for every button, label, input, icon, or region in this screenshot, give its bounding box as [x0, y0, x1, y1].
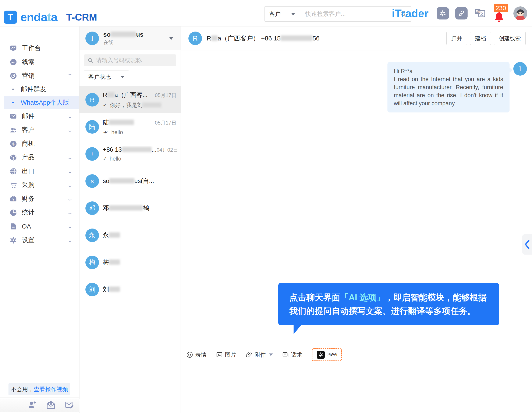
search-category-select[interactable]: 客户 — [265, 7, 300, 21]
chat-preview: 你好，我是刘 — [110, 101, 161, 109]
redacted-text — [109, 205, 143, 211]
sidebar-item-label: 财务 — [22, 194, 35, 203]
sidebar-item-marketing[interactable]: 营销 ⌃ — [0, 69, 79, 83]
sidebar-item-mail[interactable]: 邮件 ⌄ — [0, 109, 79, 123]
sidebar-item-whatsapp-personal[interactable]: WhatsApp个人版 — [4, 96, 79, 109]
chevron-left-icon — [524, 240, 530, 249]
open-mail-icon[interactable] — [46, 400, 56, 411]
ai-assistant-icon[interactable] — [437, 7, 449, 19]
chat-name: +86 13... — [103, 146, 157, 153]
compose-mail-icon[interactable] — [65, 400, 74, 411]
marketing-icon — [10, 72, 17, 80]
merge-button[interactable]: 归并 — [446, 32, 467, 45]
chat-name-pre: R — [103, 92, 107, 98]
paperclip-icon — [246, 351, 252, 358]
sidebar-item-workbench[interactable]: 工作台 — [0, 41, 79, 55]
script-tool[interactable]: 话术 — [282, 351, 303, 358]
sidebar-item-label: 工作台 — [22, 44, 41, 53]
chat-item[interactable]: s sous(自... — [79, 167, 180, 195]
chat-item[interactable]: 邓 邓鹤 — [79, 195, 180, 222]
chat-date: 05月17日 — [155, 119, 176, 126]
chat-item[interactable]: + +86 13...04月02日 ✓hello — [79, 140, 180, 167]
opportunity-icon: $ — [10, 140, 17, 148]
message-input-area[interactable] — [181, 365, 532, 413]
svg-text:En: En — [476, 10, 480, 14]
chat-name: 邓鹤 — [103, 204, 149, 212]
sidebar-item-leads[interactable]: 线索 — [0, 55, 79, 69]
image-tool[interactable]: 图片 — [216, 351, 236, 358]
divider — [0, 397, 79, 398]
sidebar-item-export[interactable]: 出口 ⌄ — [0, 164, 79, 178]
sidebar-item-opportunities[interactable]: $ 商机 — [0, 137, 79, 151]
delivered-check-icon: ✓✓ — [103, 129, 106, 135]
sidebar-item-oa[interactable]: OA ⌄ — [0, 220, 79, 233]
tool-label: 沟通Ai — [327, 352, 337, 357]
notification-bell[interactable]: 230 — [492, 4, 507, 23]
sidebar-item-products[interactable]: 产品 ⌄ — [0, 151, 79, 164]
account-header: I sous 在线 — [79, 27, 180, 50]
ai-chat-tool[interactable]: 沟通Ai — [312, 349, 342, 361]
chat-item[interactable]: 梅 梅 — [79, 249, 180, 276]
chat-panel: R Ra（广西客户） +86 1556 归并 建档 创建线索 Hi R**a I… — [181, 27, 532, 413]
chat-item-list: R Ra（广西客...05月17日 ✓你好，我是刘 陆 陆05月17日 ✓✓he… — [79, 86, 180, 303]
sidebar-menu: 工作台 线索 营销 ⌃ 邮件群发 WhatsApp个人版 邮件 — [0, 27, 79, 247]
help-box: 不会用， 查看操作视频 — [9, 383, 70, 395]
sidebar-item-settings[interactable]: 设置 ⌄ — [0, 233, 79, 247]
chat-name-pre: 邓 — [103, 205, 109, 211]
translate-icon[interactable]: 文En — [474, 7, 486, 20]
logo: T endata T-CRM — [4, 11, 97, 24]
bell-icon — [493, 11, 506, 23]
sidebar-item-finance[interactable]: ¥ 财务 ⌄ — [0, 192, 79, 206]
help-video-link[interactable]: 查看操作视频 — [34, 385, 68, 393]
chat-item[interactable]: R Ra（广西客...05月17日 ✓你好，我是刘 — [79, 86, 180, 113]
global-search: 客户 — [264, 6, 411, 22]
customers-icon — [10, 126, 17, 134]
sidebar-item-label: 采购 — [22, 181, 35, 189]
create-lead-button[interactable]: 创建线索 — [494, 32, 526, 45]
add-contact-icon[interactable] — [27, 400, 37, 411]
user-avatar[interactable] — [513, 6, 527, 20]
link-icon[interactable] — [455, 7, 467, 19]
message-toolbar: 表情 图片 附件 话术 沟通Ai — [181, 344, 532, 365]
chat-item[interactable]: 陆 陆05月17日 ✓✓hello — [79, 113, 180, 140]
collapse-panel-toggle[interactable] — [522, 234, 532, 255]
chatlist-search — [84, 55, 176, 66]
svg-text:¥: ¥ — [12, 198, 14, 201]
logo-word-t: t — [47, 10, 51, 24]
redacted-text — [109, 259, 120, 265]
contact-title-c: 56 — [313, 35, 319, 42]
create-record-button[interactable]: 建档 — [470, 32, 491, 45]
chat-name: 陆 — [103, 118, 134, 127]
chat-avatar: 刘 — [86, 283, 99, 296]
sidebar: 工作台 线索 营销 ⌃ 邮件群发 WhatsApp个人版 邮件 — [0, 27, 79, 413]
chevron-down-icon — [120, 76, 125, 78]
account-name: sous — [103, 31, 143, 38]
svg-text:文: 文 — [480, 11, 484, 16]
logo-word-pre: enda — [20, 10, 47, 24]
chat-name-post: us(自... — [134, 177, 154, 184]
tool-label: 图片 — [225, 351, 236, 358]
chevron-down-icon[interactable] — [169, 37, 173, 40]
ai-feature-tooltip: 点击聊天界面「AI 选项」，即启智能模块，能够根据我们的提问自动撰写文案、进行翻… — [278, 283, 499, 325]
chat-item[interactable]: 刘 刘 — [79, 276, 180, 303]
sidebar-item-customers[interactable]: 客户 ⌄ — [0, 123, 79, 137]
sidebar-item-statistics[interactable]: 统计 ⌄ — [0, 206, 79, 220]
logo-letter: T — [8, 12, 13, 22]
chat-item[interactable]: 永 永 — [79, 222, 180, 249]
attachment-tool[interactable]: 附件 — [246, 351, 273, 358]
redacted-text — [109, 232, 120, 238]
chevron-down-icon: ⌄ — [67, 155, 73, 161]
chat-name: 刘 — [103, 285, 120, 294]
customer-status-filter[interactable]: 客户状态 — [84, 71, 129, 83]
global-search-input[interactable] — [300, 7, 400, 21]
search-category-label: 客户 — [269, 10, 281, 18]
emoji-tool[interactable]: 表情 — [186, 351, 207, 358]
message-text: I read on the Internet that you are a ki… — [394, 75, 503, 107]
tooltip-highlight: 「AI 选项」 — [340, 293, 385, 302]
chatlist-search-input[interactable] — [96, 57, 172, 64]
chat-name-pre: 刘 — [103, 286, 109, 293]
contact-title-a: R — [207, 35, 211, 42]
sidebar-item-mail-blast[interactable]: 邮件群发 — [0, 83, 79, 96]
chat-avatar: s — [86, 174, 99, 188]
sidebar-item-purchase[interactable]: 采购 ⌄ — [0, 178, 79, 192]
